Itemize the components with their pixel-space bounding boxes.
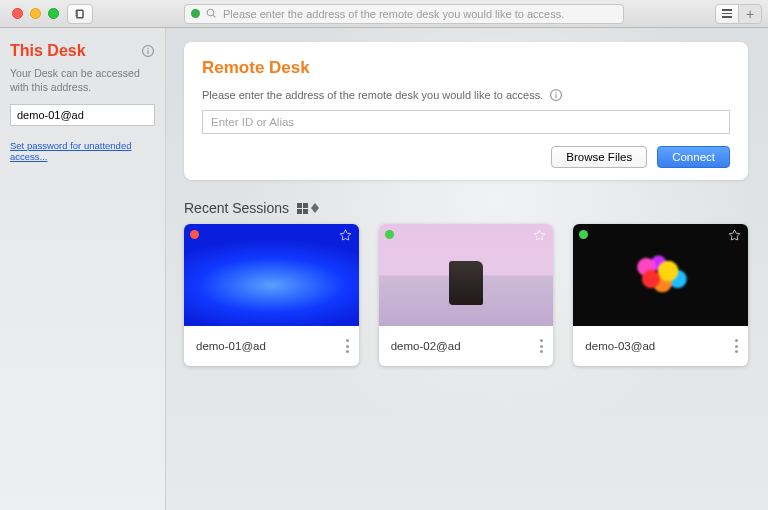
session-thumbnail <box>184 224 359 326</box>
session-tile[interactable]: demo-03@ad <box>573 224 748 366</box>
view-toggle[interactable] <box>297 203 319 214</box>
plus-icon: + <box>746 7 754 21</box>
sort-arrows-icon <box>311 203 319 213</box>
close-window-button[interactable] <box>12 8 23 19</box>
status-indicator-icon <box>191 9 200 18</box>
session-tile[interactable]: demo-01@ad <box>184 224 359 366</box>
favorite-icon[interactable] <box>338 228 353 243</box>
address-search[interactable]: Please enter the address of the remote d… <box>184 4 624 24</box>
session-menu-button[interactable] <box>540 339 543 353</box>
this-desk-title: This Desk <box>10 42 86 60</box>
new-tab-button[interactable]: + <box>738 4 762 24</box>
this-desk-address-input[interactable] <box>10 104 155 126</box>
recent-sessions-title: Recent Sessions <box>184 200 289 216</box>
menu-icon <box>722 9 732 18</box>
search-placeholder: Please enter the address of the remote d… <box>223 8 617 20</box>
session-thumbnail <box>573 224 748 326</box>
session-menu-button[interactable] <box>346 339 349 353</box>
this-desk-subtitle: Your Desk can be accessed with this addr… <box>10 66 155 94</box>
session-tile[interactable]: demo-02@ad <box>379 224 554 366</box>
set-password-link[interactable]: Set password for unattended access... <box>10 140 155 162</box>
remote-desk-title: Remote Desk <box>202 58 730 78</box>
session-thumbnail <box>379 224 554 326</box>
session-menu-button[interactable] <box>735 339 738 353</box>
remote-desk-subtitle: Please enter the address of the remote d… <box>202 89 543 101</box>
menu-button[interactable] <box>715 4 739 24</box>
grid-view-icon <box>297 203 308 214</box>
sidebar: This Desk Your Desk can be accessed with… <box>0 28 166 510</box>
session-name: demo-01@ad <box>196 340 266 352</box>
info-icon[interactable] <box>141 44 155 58</box>
maximize-window-button[interactable] <box>48 8 59 19</box>
status-dot-icon <box>190 230 199 239</box>
status-dot-icon <box>579 230 588 239</box>
color-burst-icon <box>613 235 708 315</box>
address-book-icon <box>74 8 86 20</box>
browse-files-button[interactable]: Browse Files <box>551 146 647 168</box>
remote-desk-card: Remote Desk Please enter the address of … <box>184 42 748 180</box>
minimize-window-button[interactable] <box>30 8 41 19</box>
status-dot-icon <box>385 230 394 239</box>
session-name: demo-02@ad <box>391 340 461 352</box>
favorite-icon[interactable] <box>727 228 742 243</box>
favorite-icon[interactable] <box>532 228 547 243</box>
main: Remote Desk Please enter the address of … <box>166 28 768 510</box>
info-icon[interactable] <box>549 88 563 102</box>
window-controls <box>4 8 59 19</box>
connect-button[interactable]: Connect <box>657 146 730 168</box>
session-name: demo-03@ad <box>585 340 655 352</box>
remote-address-input[interactable] <box>202 110 730 134</box>
toolbar: Please enter the address of the remote d… <box>0 0 768 28</box>
address-book-button[interactable] <box>67 4 93 24</box>
search-icon <box>206 8 217 19</box>
sessions-grid: demo-01@ad demo-02@ad <box>184 224 748 366</box>
